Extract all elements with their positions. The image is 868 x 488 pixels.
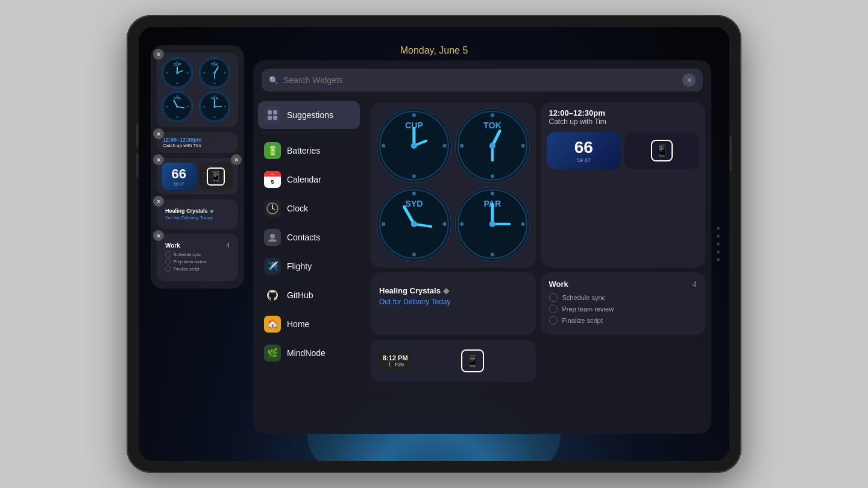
calendar-widget-item[interactable]: ✕ 12:00–12:30pm Catch up with Tim <box>157 132 238 153</box>
power-button[interactable] <box>729 136 732 172</box>
crystals-widget-close[interactable]: ✕ <box>153 196 164 207</box>
svg-point-58 <box>491 175 494 178</box>
nav-item-flighty[interactable]: ✈️ Flighty <box>258 252 360 280</box>
nav-item-github[interactable]: GitHub <box>258 281 360 309</box>
clock-widget-item[interactable]: ✕ CUP <box>157 52 238 127</box>
preview-work-text-1: Schedule sync <box>562 294 606 301</box>
calendar-widget-close[interactable]: ✕ <box>153 128 164 139</box>
nav-item-calendar[interactable]: ▪▪▪ 5 Calendar <box>258 166 360 193</box>
svg-point-71 <box>411 221 417 227</box>
dot-5 <box>717 258 720 261</box>
work-circle-3 <box>165 266 171 272</box>
preview-work-item-1: Schedule sync <box>549 293 697 302</box>
svg-point-67 <box>412 252 416 256</box>
flighty-icon: ✈️ <box>264 258 281 275</box>
github-icon <box>264 287 281 304</box>
svg-text:SYD: SYD <box>405 199 423 208</box>
svg-point-17 <box>213 72 216 74</box>
svg-point-4 <box>177 83 178 84</box>
svg-point-21 <box>187 106 189 108</box>
work-count: 4 <box>226 242 230 249</box>
batteries-icon: 🔋 <box>264 142 281 159</box>
svg-rect-38 <box>268 116 272 120</box>
preview-clock-widget[interactable]: CUP <box>371 102 536 267</box>
preview-flight-content: 8:12 PM 🚶 F26 📱 <box>371 340 536 382</box>
search-input[interactable] <box>283 75 678 85</box>
nav-item-clock[interactable]: Clock <box>258 195 360 222</box>
work-widget-item[interactable]: ✕ Work 4 Schedule sync Prep team review <box>157 234 238 281</box>
svg-point-59 <box>460 144 464 148</box>
dot-2 <box>717 235 720 238</box>
svg-point-32 <box>203 106 205 108</box>
svg-rect-37 <box>273 110 277 114</box>
svg-point-66 <box>443 222 447 226</box>
work-widget-close[interactable]: ✕ <box>153 230 164 241</box>
nav-item-mindnode[interactable]: 🌿 MindNode <box>258 339 360 367</box>
svg-point-23 <box>166 106 168 108</box>
svg-point-35 <box>213 105 216 108</box>
svg-point-20 <box>177 95 178 97</box>
clock-faces-grid: CUP <box>162 57 233 122</box>
nav-item-suggestions[interactable]: Suggestions <box>258 101 360 129</box>
weather-widget-item[interactable]: ✕ ✕ 66 59 87 📱 <box>157 158 238 195</box>
svg-rect-36 <box>268 110 272 114</box>
preview-work-item-3: Finalize script <box>549 316 697 325</box>
preview-work-circle-2 <box>549 305 558 313</box>
crystals-widget-item[interactable]: ✕ Healing Crystals ◆ Out for Delivery To… <box>157 199 238 229</box>
preview-clock-grid: CUP <box>371 102 536 267</box>
preview-work-header: Work 4 <box>549 280 697 289</box>
nav-label-mindnode: MindNode <box>287 348 326 358</box>
clock-face-cup: CUP <box>162 57 193 89</box>
svg-point-14 <box>203 72 205 74</box>
scroll-indicator <box>717 227 720 261</box>
preview-work-title: Work <box>549 280 568 289</box>
preview-clock-syd: SYD <box>377 187 451 261</box>
preview-crystals-title: Healing Crystals ◆ <box>379 286 527 295</box>
svg-point-56 <box>491 113 494 117</box>
search-icon: 🔍 <box>269 76 278 85</box>
search-close-button[interactable]: ✕ <box>682 74 696 87</box>
preview-cal-time: 12:00–12:30pm <box>549 108 697 117</box>
svg-point-8 <box>176 72 178 74</box>
preview-work-widget[interactable]: Work 4 Schedule sync Prep team review <box>541 272 706 335</box>
work-item-3: Finalize script <box>165 266 230 272</box>
nav-label-flighty: Flighty <box>287 261 312 271</box>
svg-point-50 <box>382 144 385 148</box>
preview-clock-par: PAR <box>455 187 530 261</box>
flight-time: 8:12 PM <box>383 354 408 361</box>
svg-text:TOK: TOK <box>483 120 502 130</box>
clock-face-par: PAR <box>199 91 230 122</box>
svg-point-31 <box>213 116 215 118</box>
widget-preview-grid: CUP <box>365 96 711 434</box>
contacts-icon <box>264 229 281 246</box>
svg-point-13 <box>213 83 215 84</box>
clock-widget-close[interactable]: ✕ <box>153 49 164 60</box>
preview-crystals-subtitle: Out for Delivery Today <box>379 298 527 306</box>
temp-range: 59 87 <box>174 182 184 186</box>
nav-item-batteries[interactable]: 🔋 Batteries <box>258 137 360 164</box>
phone-icon-right: 📱 <box>417 349 529 372</box>
preview-small-widgets: 66 59 87 📱 <box>541 132 706 175</box>
preview-calendar-widget[interactable]: 12:00–12:30pm Catch up with Tim 66 59 87 <box>541 102 706 267</box>
weather-widget-close-left[interactable]: ✕ <box>153 154 164 165</box>
work-title: Work <box>165 242 180 249</box>
nav-item-home[interactable]: 🏠 Home <box>258 310 360 338</box>
flight-time-block: 8:12 PM 🚶 F26 <box>378 351 413 371</box>
svg-point-80 <box>489 221 495 227</box>
svg-text:TOK: TOK <box>210 63 218 66</box>
nav-item-contacts[interactable]: Contacts <box>258 224 360 251</box>
search-bar[interactable]: 🔍 ✕ <box>262 69 703 92</box>
preview-crystals-widget[interactable]: Healing Crystals ◆ Out for Delivery Toda… <box>371 272 536 335</box>
crystals-content: Healing Crystals ◆ Out for Delivery Toda… <box>162 204 233 224</box>
phone-icon: 📱 <box>207 167 225 186</box>
preview-temp-widget: 66 59 87 <box>547 132 621 169</box>
ipad-screen: Monday, June 5 ✕ CUP <box>139 27 729 461</box>
svg-point-43 <box>272 208 273 209</box>
picker-navigation: Suggestions 🔋 Batteries ▪▪▪ 5 <box>253 96 365 434</box>
preview-work-text-3: Finalize script <box>562 317 603 324</box>
preview-work-content: Work 4 Schedule sync Prep team review <box>541 272 706 335</box>
svg-text:SYD: SYD <box>174 96 181 100</box>
preview-flight-widget[interactable]: 8:12 PM 🚶 F26 📱 <box>371 340 536 382</box>
weather-widget-close-right[interactable]: ✕ <box>231 154 242 165</box>
svg-text:CUP: CUP <box>174 63 181 66</box>
